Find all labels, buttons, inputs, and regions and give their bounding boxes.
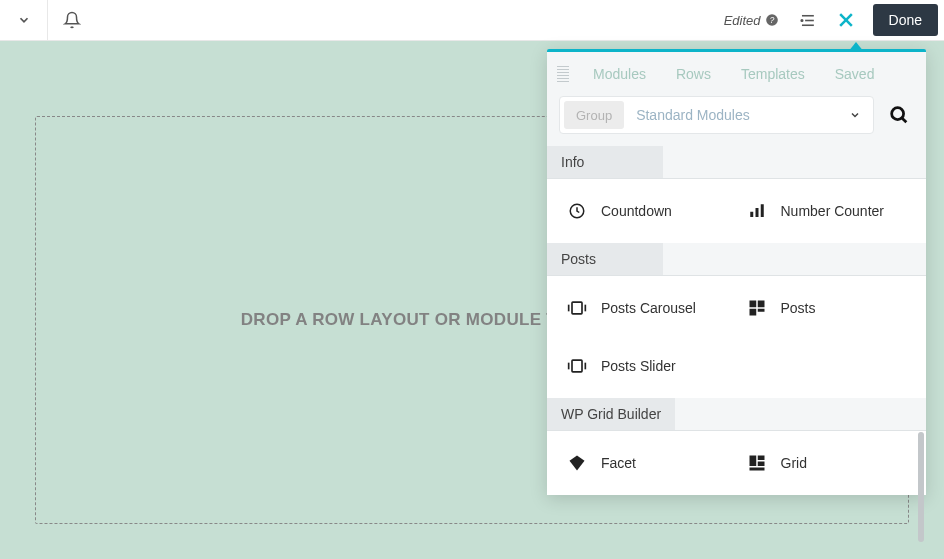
close-panel-button[interactable] — [829, 3, 863, 37]
tab-saved[interactable]: Saved — [823, 66, 887, 82]
module-type-select[interactable]: Standard Modules — [628, 97, 873, 133]
svg-rect-19 — [749, 309, 756, 316]
carousel-icon — [567, 356, 587, 376]
group-pill[interactable]: Group — [564, 101, 624, 129]
select-value: Standard Modules — [636, 107, 750, 123]
panel-tabs: Modules Rows Templates Saved — [547, 52, 926, 96]
module-list[interactable]: Info Countdown Number Counter Posts — [547, 146, 926, 495]
module-label: Posts Carousel — [601, 300, 696, 316]
module-grid[interactable]: Grid — [737, 449, 917, 477]
svg-point-8 — [892, 108, 904, 120]
section-head-wrap: Posts — [547, 243, 926, 276]
grid-icon — [747, 298, 767, 318]
svg-text:?: ? — [769, 16, 774, 25]
svg-line-9 — [902, 118, 906, 122]
done-button[interactable]: Done — [873, 4, 938, 36]
svg-rect-20 — [757, 309, 764, 312]
module-grid: Countdown Number Counter — [547, 179, 926, 243]
section-posts[interactable]: Posts — [547, 243, 663, 275]
section-head-wrap: Info — [547, 146, 926, 179]
svg-rect-28 — [749, 468, 764, 471]
svg-rect-12 — [755, 208, 758, 217]
tab-rows[interactable]: Rows — [664, 66, 723, 82]
dropdown-toggle[interactable] — [0, 0, 47, 41]
module-posts-slider[interactable]: Posts Slider — [557, 352, 737, 380]
svg-rect-21 — [572, 360, 582, 372]
drag-handle-icon[interactable] — [557, 66, 569, 82]
filter-box: Group Standard Modules — [559, 96, 874, 134]
edited-label: Edited — [724, 13, 761, 28]
outline-icon — [798, 11, 817, 30]
svg-rect-13 — [760, 204, 763, 217]
svg-rect-11 — [750, 212, 753, 217]
module-posts-carousel[interactable]: Posts Carousel — [557, 294, 737, 322]
module-grid: Facet Grid — [547, 431, 926, 495]
edited-status[interactable]: Edited ? — [724, 13, 779, 28]
section-head-wrap: WP Grid Builder — [547, 398, 926, 431]
search-icon — [888, 104, 910, 126]
module-label: Posts — [781, 300, 816, 316]
module-facet[interactable]: Facet — [557, 449, 737, 477]
svg-rect-27 — [757, 462, 764, 467]
svg-rect-18 — [757, 301, 764, 308]
svg-point-5 — [801, 19, 803, 21]
search-button[interactable] — [884, 100, 914, 130]
module-label: Posts Slider — [601, 358, 676, 374]
module-posts[interactable]: Posts — [737, 294, 917, 322]
topbar: Edited ? Done — [0, 0, 944, 41]
module-label: Grid — [781, 455, 807, 471]
bars-icon — [747, 201, 767, 221]
module-countdown[interactable]: Countdown — [557, 197, 737, 225]
svg-rect-14 — [572, 302, 582, 314]
carousel-icon — [567, 298, 587, 318]
scrollbar[interactable] — [918, 432, 924, 542]
tab-templates[interactable]: Templates — [729, 66, 817, 82]
section-info[interactable]: Info — [547, 146, 663, 178]
clock-icon — [567, 201, 587, 221]
outline-button[interactable] — [791, 3, 825, 37]
chevron-down-icon — [17, 13, 31, 27]
bell-icon — [63, 11, 81, 29]
module-label: Facet — [601, 455, 636, 471]
diamond-icon — [567, 453, 587, 473]
filter-row: Group Standard Modules — [547, 96, 926, 146]
svg-rect-25 — [749, 456, 756, 467]
content-panel: Modules Rows Templates Saved Group Stand… — [547, 49, 926, 495]
section-wp-grid-builder[interactable]: WP Grid Builder — [547, 398, 675, 430]
topbar-right: Edited ? Done — [724, 3, 938, 37]
module-label: Number Counter — [781, 203, 885, 219]
grid-icon — [747, 453, 767, 473]
chevron-down-icon — [849, 109, 861, 121]
topbar-left — [0, 0, 95, 40]
module-number-counter[interactable]: Number Counter — [737, 197, 917, 225]
svg-rect-17 — [749, 301, 756, 308]
tab-modules[interactable]: Modules — [581, 66, 658, 82]
module-grid: Posts Carousel Posts Posts Slider — [547, 276, 926, 398]
help-icon: ? — [765, 13, 779, 27]
svg-marker-24 — [570, 456, 585, 471]
module-label: Countdown — [601, 203, 672, 219]
notifications[interactable] — [48, 0, 95, 41]
panel-arrow — [848, 42, 864, 52]
svg-rect-26 — [757, 456, 764, 461]
close-icon — [836, 10, 856, 30]
